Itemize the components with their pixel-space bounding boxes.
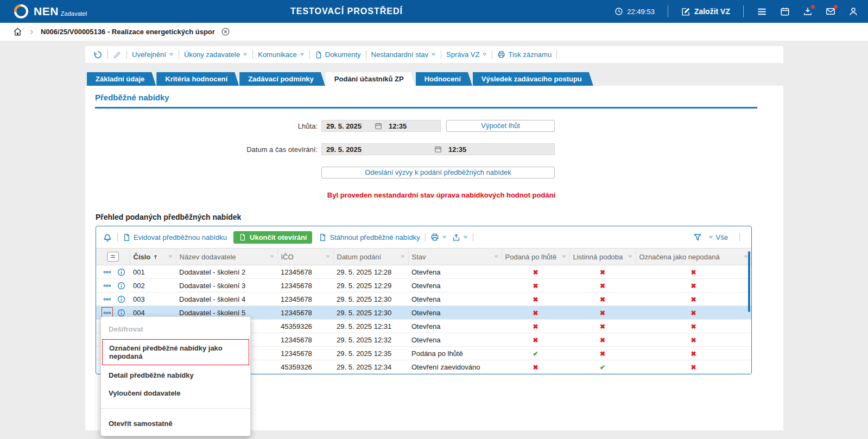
tab-hodnoceni[interactable]: Hodnocení (416, 72, 472, 86)
col-label: Stav (412, 253, 426, 261)
history-icon[interactable] (93, 50, 103, 60)
row-menu-icon[interactable] (102, 266, 113, 278)
downloads-button[interactable] (803, 7, 813, 16)
opening-field[interactable]: 29. 5. 2025 12:35 (321, 143, 555, 155)
calendar-icon[interactable] (375, 122, 382, 130)
table-row[interactable]: 001Dodavatel - školení 21234567829. 5. 2… (96, 265, 751, 279)
row-menu-icon[interactable] (102, 280, 113, 291)
print-grid-button[interactable] (430, 233, 447, 241)
col-podana-po-lhute[interactable]: Podaná po lhůtě (502, 249, 569, 265)
deadline-date-value[interactable]: 29. 5. 2025 (322, 122, 375, 130)
nen-logo-icon[interactable] (14, 4, 28, 18)
download-offers-button[interactable]: Stáhnout předběžné nabídky (319, 233, 420, 241)
deadline-time-value[interactable]: 12:35 (382, 122, 407, 130)
cell-ico: 12345678 (277, 292, 333, 306)
context-menu-item[interactable]: Detail předběžné nabídky (101, 366, 250, 384)
col-cislo[interactable]: Číslo (130, 249, 176, 265)
column-filter-icon[interactable] (628, 255, 632, 259)
column-filter-icon[interactable] (168, 255, 173, 259)
clock-time: 22:49:53 (627, 8, 655, 16)
row-info-icon[interactable] (117, 309, 125, 317)
export-grid-button[interactable] (452, 233, 468, 241)
deadline-field[interactable]: 29. 5. 2025 12:35 (321, 120, 441, 132)
cross-icon: ✖ (690, 323, 696, 330)
breadcrumb-chevron-icon (28, 29, 35, 35)
grid-settings-icon[interactable] (107, 252, 119, 262)
column-filter-icon[interactable] (494, 255, 498, 259)
view-all-dropdown[interactable]: Vše (708, 233, 728, 241)
tab-kriteria-hodnoceni[interactable]: Kritéria hodnocení (156, 72, 239, 86)
toolbar-item-komunikace[interactable]: Komunikace (258, 50, 305, 59)
column-filter-icon[interactable] (270, 255, 274, 259)
opening-date-value[interactable]: 29. 5. 2025 (322, 145, 434, 154)
tab-podani-ucastniku-zp[interactable]: Podání účastníků ZP (326, 72, 415, 86)
toolbar-item-tisk-zaznamu[interactable]: Tisk záznamu (497, 50, 552, 59)
tab-vysledek-zadavaciho-postupu[interactable]: Výsledek zadávacího postupu (473, 72, 593, 86)
end-opening-button[interactable]: Ukončit otevírání (233, 231, 312, 244)
row-info-icon[interactable] (117, 282, 125, 290)
sort-asc-icon[interactable] (153, 254, 159, 260)
filter-icon[interactable] (693, 233, 702, 241)
col-ico[interactable]: IČO (277, 249, 333, 265)
toolbar-item-ukony-zadavatele[interactable]: Úkony zadavatele (184, 50, 248, 59)
col-oznacena-jako-nepodana[interactable]: Označena jako nepodaná (636, 249, 751, 265)
brand-name: NEN (34, 5, 59, 17)
tab-zakladni-udaje[interactable]: Základní údaje (87, 72, 156, 86)
row-info-icon[interactable] (117, 268, 125, 276)
chevron-down-icon (442, 235, 447, 240)
home-icon[interactable] (13, 27, 22, 36)
column-filter-icon[interactable] (744, 255, 748, 259)
cell-paper: ✔ (569, 360, 636, 374)
col-nazev-dodavatele[interactable]: Název dodavatele (176, 249, 277, 265)
toolbar-item-sprava-vz[interactable]: Správa VZ (446, 50, 487, 59)
register-offer-button[interactable]: Evidovat předběžnou nabídku (123, 233, 227, 241)
send-invitation-button[interactable]: Odeslání výzvy k podání předběžných nabí… (321, 167, 555, 179)
column-filter-icon[interactable] (401, 255, 405, 259)
compute-deadlines-button[interactable]: Výpočet lhůt (446, 120, 555, 132)
context-menu-item[interactable]: Označení předběžné nabídky jako nepodaná (102, 339, 249, 365)
menu-icon[interactable] (757, 7, 767, 17)
context-menu-item[interactable]: Otevřít samostatně (101, 415, 250, 432)
cross-icon: ✖ (690, 296, 696, 303)
close-record-icon[interactable] (221, 27, 230, 36)
brand[interactable]: NEN Zadavatel (34, 5, 87, 17)
messages-button[interactable] (826, 7, 835, 16)
edit-record-icon[interactable] (113, 50, 122, 59)
printer-icon (430, 233, 439, 241)
tab-zadavaci-podminky[interactable]: Zadávací podmínky (239, 72, 325, 86)
cell-submitted: 29. 5. 2025 12:31 (333, 320, 408, 333)
toolbar-divider (441, 50, 441, 59)
calendar-icon[interactable] (434, 145, 442, 153)
cell-number: 001 (130, 265, 176, 279)
col-label: Podaná po lhůtě (505, 253, 557, 261)
row-info-icon[interactable] (117, 295, 125, 303)
cross-icon: ✖ (600, 336, 605, 344)
toolbar-item-nestandardni-stav[interactable]: Nestandardní stav (371, 50, 436, 59)
calendar-icon[interactable] (780, 7, 790, 16)
cell-late: ✖ (502, 320, 569, 333)
toolbar-item-uverejneni[interactable]: Uveřejnění (132, 50, 174, 59)
bell-icon[interactable] (103, 232, 112, 242)
export-icon (452, 233, 460, 241)
create-vz-label: Založit VZ (694, 7, 730, 16)
col-datum-podani[interactable]: Datum podání (333, 249, 408, 265)
toolbar-item-dokumenty[interactable]: Dokumenty (315, 50, 361, 59)
col-listinna-podoba[interactable]: Listinná podoba (569, 249, 636, 265)
table-row[interactable]: 002Dodavatel - školení 31234567829. 5. 2… (96, 279, 751, 292)
create-vz-button[interactable]: Založit VZ (681, 7, 730, 16)
cell-not-submitted: ✖ (636, 360, 751, 374)
context-menu-item[interactable]: Vyloučení dodavatele (101, 384, 250, 402)
cell-paper: ✖ (569, 347, 636, 360)
user-icon[interactable] (848, 7, 858, 16)
column-filter-icon[interactable] (562, 255, 566, 259)
cross-icon: ✖ (600, 269, 605, 276)
table-row[interactable]: 003Dodavatel - školení 41234567829. 5. 2… (96, 292, 751, 306)
table-scrollbar[interactable] (748, 251, 750, 312)
environment-title: TESTOVACÍ PROSTŘEDÍ (290, 0, 403, 23)
opening-time-value[interactable]: 12:35 (442, 145, 466, 154)
breadcrumb-item[interactable]: N006/25/V00005136 - Realizace energetick… (41, 28, 215, 36)
row-menu-icon[interactable] (102, 294, 113, 305)
end-opening-label: Ukončit otevírání (250, 233, 307, 241)
col-stav[interactable]: Stav (408, 249, 502, 265)
column-filter-icon[interactable] (326, 255, 330, 259)
